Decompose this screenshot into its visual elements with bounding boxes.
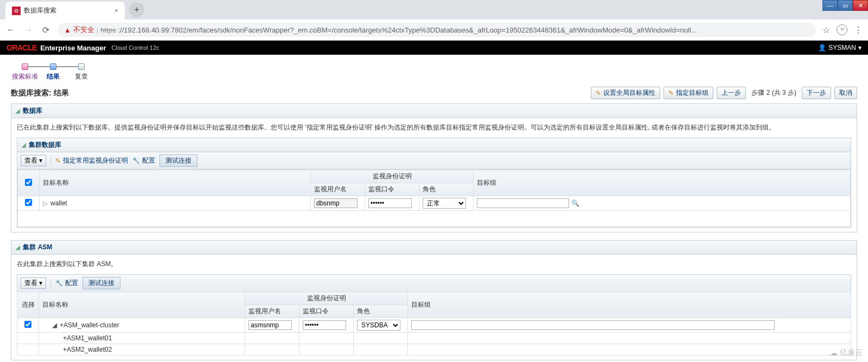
- assign-target-group-button[interactable]: 指定目标组: [663, 87, 713, 99]
- window-minimize[interactable]: —: [822, 0, 838, 11]
- expand-icon[interactable]: ▷: [43, 199, 48, 207]
- app-bar: ORACLE Enterprise Manager Cloud Control …: [0, 41, 868, 55]
- tab-bar: O 数据库搜索 × + — ▭ ✕: [0, 0, 868, 20]
- next-step-button[interactable]: 下一步: [802, 87, 831, 99]
- table-row: ◢+ASM_wallet-cluster SYSDBA: [17, 318, 851, 333]
- col-target-name: 目标名称: [40, 170, 311, 196]
- train-step-1[interactable]: [11, 63, 39, 70]
- col-monitor-pwd: 监视口令: [365, 183, 419, 196]
- table-row: ▷wallet 正常 🔍: [18, 196, 851, 211]
- col-role: 角色: [419, 183, 474, 196]
- collapse-icon: ◢: [16, 108, 20, 114]
- monitor-user-input[interactable]: [248, 320, 292, 330]
- window-close[interactable]: ✕: [853, 0, 868, 11]
- nav-forward-icon[interactable]: →: [23, 25, 34, 35]
- bookmark-star-icon[interactable]: ☆: [822, 25, 830, 35]
- browser-menu-icon[interactable]: ⋮: [854, 25, 863, 35]
- page-content: 搜索标准 结果 复查 数据库搜索: 结果 设置全局目标属性 指定目标组 上一步 …: [0, 55, 868, 360]
- cluster-db-panel: ◢ 集群数据库 查看 ▾ 指定常用监视身份证明 配置 测试连接 目标名称: [17, 138, 851, 228]
- asm-table: 选择 目标名称 监视身份证明 目标组 监视用户名 监视口令 角色 ◢+ASM_w…: [17, 292, 851, 355]
- col-monitor-pwd: 监视口令: [299, 305, 354, 318]
- window-maximize[interactable]: ▭: [838, 0, 853, 11]
- target-name: +ASM_wallet-cluster: [60, 321, 119, 329]
- address-bar: ← → ⟳ ▲ 不安全 | https://192.168.40.99:7802…: [0, 20, 868, 41]
- col-cred-group: 监视身份证明: [311, 170, 474, 183]
- app-subtitle: Cloud Control 12c: [112, 44, 159, 51]
- select-all-header: [18, 170, 40, 196]
- view-menu-button[interactable]: 查看 ▾: [21, 155, 46, 166]
- monitor-pwd-input[interactable]: [368, 198, 412, 208]
- asm-panel-head[interactable]: ◢ 集群 ASM: [11, 241, 857, 255]
- configure-link[interactable]: 配置: [132, 156, 155, 165]
- table-row-empty: [18, 211, 851, 227]
- table-row: +ASM1_wallet01: [17, 333, 851, 344]
- role-select[interactable]: 正常: [423, 198, 466, 209]
- view-menu-button[interactable]: 查看 ▾: [21, 277, 46, 289]
- monitor-pwd-input[interactable]: [303, 320, 346, 330]
- train-step-2[interactable]: [39, 63, 67, 70]
- oracle-logo: ORACLE: [7, 43, 37, 52]
- target-name: +ASM1_wallet01: [63, 334, 112, 342]
- cluster-db-head[interactable]: ◢ 集群数据库: [17, 138, 851, 152]
- expand-icon[interactable]: ◢: [52, 321, 58, 329]
- nav-back-icon[interactable]: ←: [5, 25, 16, 35]
- train-label-3[interactable]: 复查: [67, 72, 95, 81]
- url-rest: ://192.168.40.99:7802/em/faces/sdk/nonFa…: [118, 26, 697, 34]
- reload-icon[interactable]: ⟳: [40, 25, 51, 35]
- train-label-1[interactable]: 搜索标准: [11, 72, 39, 81]
- user-menu[interactable]: 👤 SYSMAN ▾: [818, 44, 861, 51]
- search-icon[interactable]: 🔍: [571, 199, 579, 207]
- app-name: Enterprise Manager: [40, 44, 106, 52]
- train-step-3[interactable]: [67, 63, 95, 70]
- row-checkbox[interactable]: [25, 199, 32, 206]
- cancel-button[interactable]: 取消: [834, 87, 857, 99]
- prev-step-button[interactable]: 上一步: [717, 87, 746, 99]
- select-all-checkbox[interactable]: [25, 179, 32, 186]
- target-name: +ASM2_wallet02: [63, 346, 112, 353]
- browser-tab[interactable]: O 数据库搜索 ×: [5, 2, 125, 20]
- url-sep: |: [97, 26, 98, 34]
- new-tab-button[interactable]: +: [129, 2, 144, 17]
- url-https: https: [100, 26, 116, 34]
- profile-icon[interactable]: ౦: [837, 24, 847, 35]
- col-monitor-user: 监视用户名: [245, 305, 299, 318]
- test-connection-button[interactable]: 测试连接: [159, 154, 197, 167]
- target-group-input[interactable]: [411, 320, 775, 330]
- browser-chrome: O 数据库搜索 × + — ▭ ✕ ← → ⟳ ▲ 不安全 | https://…: [0, 0, 868, 41]
- asm-panel-desc: 在此集群上搜索到以下集群 ASM。: [17, 259, 851, 269]
- wizard-train: [11, 63, 857, 70]
- configure-link[interactable]: 配置: [55, 279, 78, 288]
- col-target-name: 目标名称: [39, 292, 245, 318]
- url-box[interactable]: ▲ 不安全 | https://192.168.40.99:7802/em/fa…: [58, 23, 816, 37]
- insecure-label: 不安全: [73, 25, 94, 35]
- table-row: +ASM2_wallet02: [17, 344, 851, 355]
- col-select: 选择: [17, 292, 39, 318]
- insecure-warning-icon: ▲: [64, 26, 71, 34]
- set-common-cred-link[interactable]: 指定常用监视身份证明: [55, 156, 128, 165]
- col-target-group: 目标组: [474, 170, 851, 196]
- tab-close-icon[interactable]: ×: [114, 7, 118, 15]
- row-checkbox[interactable]: [24, 321, 31, 328]
- test-connection-button[interactable]: 测试连接: [82, 277, 120, 289]
- col-target-group: 目标组: [408, 292, 851, 318]
- window-controls: — ▭ ✕: [822, 0, 868, 11]
- database-panel-title: 数据库: [23, 107, 42, 114]
- target-name: wallet: [50, 199, 67, 207]
- page-title: 数据库搜索: 结果: [11, 88, 69, 98]
- step-indicator: 步骤 2 (共 3 步): [749, 88, 799, 98]
- role-select[interactable]: SYSDBA: [357, 320, 400, 331]
- watermark: ☁ 亿速云: [830, 348, 863, 358]
- asm-panel-title: 集群 ASM: [23, 243, 52, 251]
- target-group-input[interactable]: [477, 198, 569, 208]
- collapse-icon: ◢: [22, 142, 26, 148]
- user-icon: 👤: [818, 44, 826, 51]
- database-panel-head[interactable]: ◢ 数据库: [11, 104, 857, 118]
- col-monitor-user: 监视用户名: [311, 183, 365, 196]
- dropdown-icon: ▾: [858, 44, 861, 51]
- set-global-attr-button[interactable]: 设置全局目标属性: [591, 87, 660, 99]
- tab-title: 数据库搜索: [24, 6, 56, 15]
- col-role: 角色: [354, 305, 408, 318]
- cluster-db-title: 集群数据库: [29, 141, 61, 148]
- monitor-user-input[interactable]: [314, 198, 358, 208]
- col-cred-group: 监视身份证明: [245, 292, 408, 305]
